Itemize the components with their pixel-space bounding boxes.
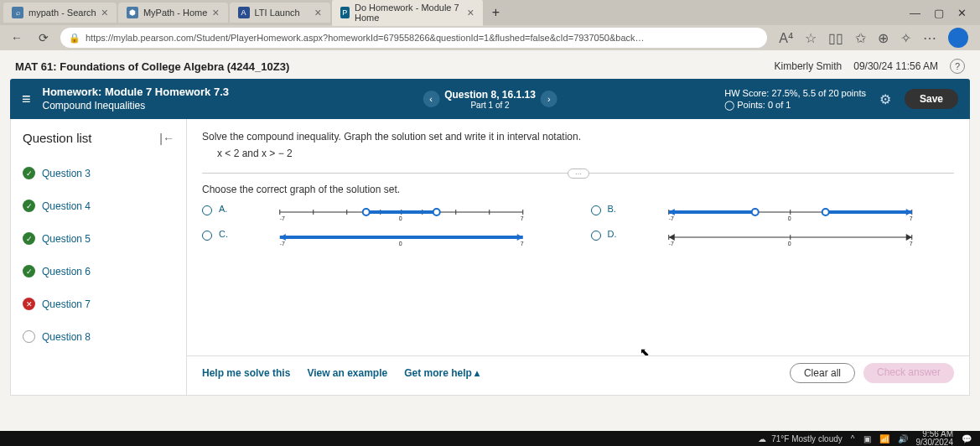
hw-score: HW Score: 27.5%, 5.5 of 20 points <box>724 87 866 99</box>
tab-2[interactable]: A LTI Launch × <box>230 3 330 23</box>
help-icon[interactable]: ? <box>950 59 965 74</box>
svg-point-12 <box>433 209 440 215</box>
question-item-8[interactable]: Question 8 <box>11 320 186 353</box>
question-list-header: Question list |← <box>11 127 186 157</box>
svg-marker-40 <box>905 234 911 241</box>
tray-chevron-icon[interactable]: ^ <box>851 434 855 443</box>
back-button[interactable]: ← <box>7 28 27 48</box>
weather-widget[interactable]: ☁ 71°F Mostly cloudy <box>758 434 843 443</box>
collapse-icon[interactable]: |← <box>159 132 174 145</box>
profile-avatar[interactable] <box>948 28 968 48</box>
notifications-icon[interactable]: 💬 <box>962 434 972 443</box>
new-tab-button[interactable]: + <box>485 5 508 20</box>
status-none-icon <box>23 330 35 343</box>
choice-d[interactable]: D. -707 <box>591 229 955 246</box>
refresh-button[interactable]: ⟳ <box>34 28 54 48</box>
question-item-3[interactable]: ✓Question 3 <box>11 157 186 189</box>
question-item-7[interactable]: ✕Question 7 <box>11 288 186 320</box>
close-window-icon[interactable]: ✕ <box>957 7 967 19</box>
homework-title: Homework: Module 7 Homework 7.3 <box>43 86 230 100</box>
problem-instruction: Solve the compound inequality. Graph the… <box>202 131 954 143</box>
minimize-icon[interactable]: — <box>910 7 920 19</box>
taskbar-date[interactable]: 9/30/2024 <box>916 438 954 446</box>
tab-3[interactable]: P Do Homework - Module 7 Home × <box>332 0 483 26</box>
radio-d[interactable] <box>591 231 601 241</box>
prev-question-button[interactable]: ‹ <box>423 91 439 107</box>
help-me-solve-link[interactable]: Help me solve this <box>202 367 290 379</box>
divider-handle-icon[interactable]: ⋯ <box>568 169 589 179</box>
status-ok-icon: ✓ <box>23 200 35 212</box>
tray-wifi-icon[interactable]: 📶 <box>879 434 889 443</box>
user-name: Kimberly Smith <box>775 60 843 72</box>
get-more-help-link[interactable]: Get more help ▴ <box>404 367 480 379</box>
svg-text:0: 0 <box>787 241 791 246</box>
maximize-icon[interactable]: ▢ <box>934 7 944 19</box>
extensions-icon[interactable]: ✧ <box>900 30 911 46</box>
svg-marker-30 <box>280 234 286 241</box>
score-block: HW Score: 27.5%, 5.5 of 20 points ◯ Poin… <box>724 87 866 112</box>
tab-0[interactable]: ⌕ mypath - Search × <box>3 3 117 23</box>
tab-icon-home: ⬢ <box>127 7 138 18</box>
save-button[interactable]: Save <box>905 89 958 109</box>
close-icon[interactable]: × <box>314 6 321 19</box>
answer-choices: A. -7 0 7 B. <box>202 204 954 246</box>
question-number: Question 8, 16.1.13 <box>444 89 536 101</box>
windows-taskbar: ☁ 71°F Mostly cloudy ^ ▣ 📶 🔊 9:56 AM 9/3… <box>0 431 980 446</box>
close-icon[interactable]: × <box>212 6 219 19</box>
collections-icon[interactable]: ⊕ <box>878 30 889 46</box>
tab-title: LTI Launch <box>255 8 300 18</box>
choice-label-d: D. <box>608 229 620 239</box>
url-field[interactable]: 🔒 https://mylab.pearson.com/Student/Play… <box>60 28 767 48</box>
numberline-b: -707 <box>626 204 955 220</box>
radio-c[interactable] <box>202 231 212 241</box>
tab-icon-lti: A <box>238 7 250 18</box>
favorites-bar-icon[interactable]: ✩ <box>855 30 866 46</box>
view-example-link[interactable]: View an example <box>307 367 387 379</box>
choice-b[interactable]: B. -707 <box>591 204 955 220</box>
question-list-title: Question list <box>23 131 92 145</box>
favorite-icon[interactable]: ☆ <box>805 30 817 46</box>
menu-icon[interactable]: ≡ <box>22 91 31 108</box>
split-icon[interactable]: ▯▯ <box>828 30 843 46</box>
close-icon[interactable]: × <box>101 6 108 19</box>
svg-marker-39 <box>668 234 674 241</box>
svg-text:7: 7 <box>521 241 524 246</box>
tab-icon-pearson: P <box>340 7 350 18</box>
status-ok-icon: ✓ <box>23 265 35 277</box>
radio-a[interactable] <box>202 205 212 215</box>
clear-all-button[interactable]: Clear all <box>790 363 855 383</box>
window-controls: — ▢ ✕ <box>910 7 977 19</box>
tab-title: Do Homework - Module 7 Home <box>355 3 462 23</box>
read-aloud-icon[interactable]: A⁴ <box>779 30 793 46</box>
question-item-6[interactable]: ✓Question 6 <box>11 255 186 288</box>
svg-text:-7: -7 <box>668 215 673 220</box>
question-item-4[interactable]: ✓Question 4 <box>11 189 186 222</box>
more-icon[interactable]: ⋯ <box>923 30 936 46</box>
svg-marker-31 <box>517 234 523 241</box>
svg-point-11 <box>363 209 370 215</box>
work-area: Question list |← ✓Question 3 ✓Question 4… <box>10 119 970 396</box>
svg-text:7: 7 <box>521 215 524 220</box>
check-answer-button[interactable]: Check answer <box>863 363 954 383</box>
numberline-d: -707 <box>626 229 955 246</box>
section-divider: ⋯ <box>202 173 954 174</box>
choice-a[interactable]: A. -7 0 7 <box>202 204 566 220</box>
question-item-5[interactable]: ✓Question 5 <box>11 222 186 255</box>
radio-b[interactable] <box>591 205 601 215</box>
status-ok-icon: ✓ <box>23 167 35 179</box>
homework-subtitle: Compound Inequalities <box>43 100 230 113</box>
numberline-c: -707 <box>237 229 566 246</box>
svg-marker-21 <box>668 209 674 215</box>
tray-battery-icon[interactable]: ▣ <box>863 434 871 443</box>
numberline-a: -7 0 7 <box>237 204 566 220</box>
choice-label-c: C. <box>219 229 231 239</box>
gear-icon[interactable]: ⚙ <box>879 91 891 107</box>
question-list-panel: Question list |← ✓Question 3 ✓Question 4… <box>11 119 187 395</box>
tray-volume-icon[interactable]: 🔊 <box>898 434 908 443</box>
page-content: MAT 61: Foundations of College Algebra (… <box>0 50 980 431</box>
choice-c[interactable]: C. -707 <box>202 229 566 246</box>
tab-1[interactable]: ⬢ MyPath - Home × <box>118 3 228 23</box>
close-icon[interactable]: × <box>467 6 474 19</box>
next-question-button[interactable]: › <box>541 91 557 107</box>
course-header: MAT 61: Foundations of College Algebra (… <box>0 50 980 79</box>
